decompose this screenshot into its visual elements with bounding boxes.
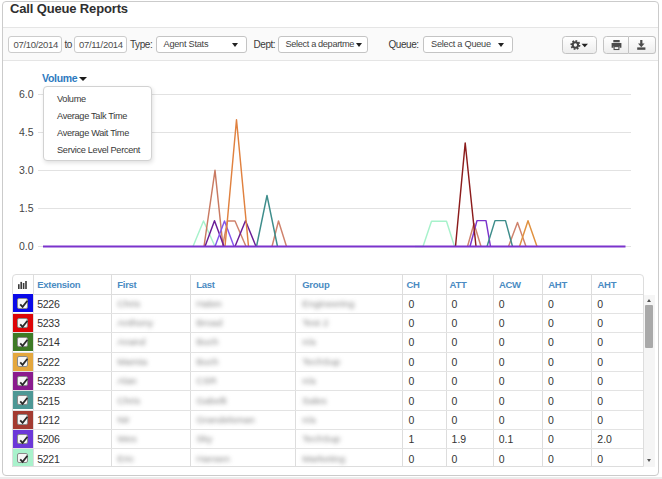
- svg-text:3.0: 3.0: [19, 164, 34, 176]
- svg-text:1.5: 1.5: [19, 202, 34, 214]
- svg-text:4.5: 4.5: [19, 126, 34, 138]
- svg-text:6.0: 6.0: [19, 88, 34, 100]
- svg-text:0.0: 0.0: [19, 240, 34, 252]
